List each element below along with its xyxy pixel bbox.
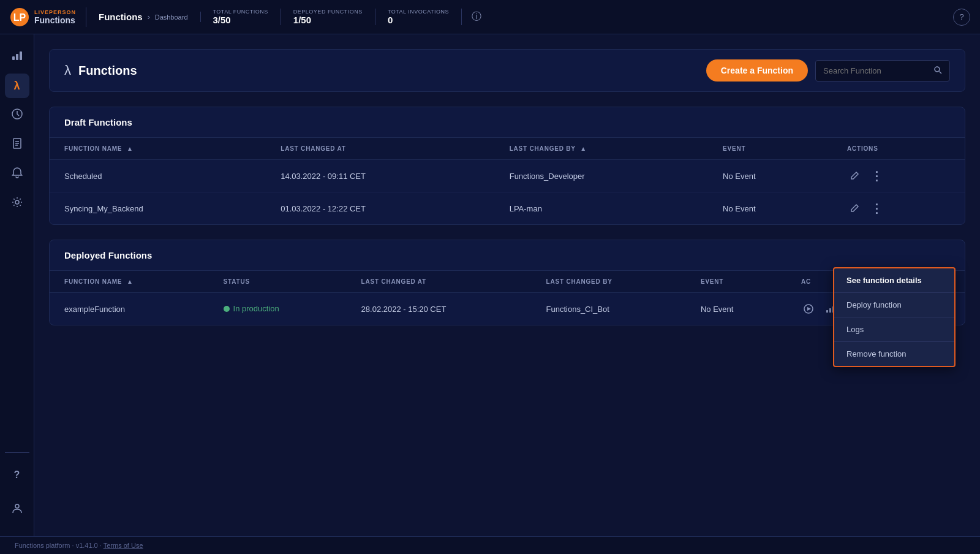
sidebar-item-functions[interactable]: λ (5, 74, 29, 98)
draft-row-changed-at: 14.03.2022 - 09:11 CET (266, 160, 494, 192)
dropdown-item-deploy-function[interactable]: Deploy function (834, 293, 954, 317)
status-label: In production (233, 304, 279, 313)
deployed-functions-section: Deployed Functions FUNCTION NAME ▲ STATU… (49, 240, 965, 325)
context-dropdown-menu: See function detailsDeploy functionLogsR… (833, 267, 956, 367)
gear-icon (11, 196, 23, 211)
terms-of-use-link[interactable]: Terms of Use (104, 542, 143, 549)
draft-row-changed-at: 01.03.2022 - 12:22 CET (266, 192, 494, 225)
draft-section-header: Draft Functions (50, 107, 965, 138)
search-box (815, 60, 950, 82)
footer: Functions platform · v1.41.0 · Terms of … (0, 536, 980, 554)
logo-text: LIVEPERSON Functions (34, 9, 76, 25)
draft-col-changed-at: LAST CHANGED AT (266, 138, 494, 160)
sidebar-item-alerts[interactable] (5, 162, 29, 186)
deployed-sort-arrow-icon: ▲ (127, 278, 134, 285)
more-options-icon[interactable]: ⋮ (869, 201, 884, 216)
draft-table-row: Syncing_My_Backend 01.03.2022 - 12:22 CE… (50, 192, 965, 225)
dropdown-item-see-function-details[interactable]: See function details (834, 268, 954, 293)
top-nav: LP LIVEPERSON Functions Functions › Dash… (0, 0, 980, 34)
status-dot-icon (224, 306, 230, 312)
edit-icon[interactable] (847, 169, 862, 183)
page-title: Functions (78, 64, 706, 78)
draft-row-changed-by: LPA-man (495, 192, 708, 225)
sidebar-item-settings[interactable] (5, 191, 29, 216)
svg-point-12 (935, 67, 940, 72)
svg-text:LP: LP (13, 12, 26, 23)
help-icon[interactable]: ? (953, 9, 970, 26)
footer-text: Functions platform · v1.41.0 · (15, 542, 104, 549)
question-icon: ? (14, 469, 20, 480)
dropdown-item-logs[interactable]: Logs (834, 317, 954, 342)
stat-deployed-functions-value: 1/50 (293, 15, 363, 25)
stat-total-functions: TOTAL FUNCTIONS 3/50 (201, 9, 281, 25)
search-input[interactable] (823, 66, 929, 75)
liveperson-logo-icon: LP (10, 7, 29, 27)
sidebar-item-documents[interactable] (5, 132, 29, 157)
lambda-sidebar-icon: λ (13, 80, 20, 93)
sidebar-item-analytics[interactable] (5, 44, 29, 69)
draft-row-actions: ⋮ (832, 160, 965, 192)
stat-deployed-functions: DEPLOYED FUNCTIONS 1/50 (281, 9, 375, 25)
analytics-icon (11, 49, 23, 64)
lambda-icon: λ (64, 63, 71, 78)
deployed-row-name: exampleFunction (50, 293, 209, 325)
logo-area: LP LIVEPERSON Functions (10, 7, 86, 27)
deployed-col-event: EVENT (686, 271, 786, 293)
draft-row-name: Scheduled (50, 160, 266, 192)
draft-functions-table: FUNCTION NAME ▲ LAST CHANGED AT LAST CHA… (50, 138, 965, 224)
content-area: λ Functions Create a Function Draft Func… (34, 34, 980, 536)
info-icon[interactable]: ⓘ (462, 10, 491, 23)
deployed-row-changed-at: 28.02.2022 - 15:20 CET (347, 293, 532, 325)
svg-rect-17 (829, 308, 831, 313)
document-icon (11, 137, 23, 153)
draft-table-header-row: FUNCTION NAME ▲ LAST CHANGED AT LAST CHA… (50, 138, 965, 160)
sort-by-arrow-icon: ▲ (580, 145, 587, 152)
stat-total-invocations: TOTAL INVOCATIONS 0 (375, 9, 462, 25)
sidebar: λ (0, 34, 34, 536)
deployed-table-row: exampleFunction In production 28.02.2022… (50, 293, 965, 325)
svg-rect-2 (12, 56, 15, 60)
draft-table-row: Scheduled 14.03.2022 - 09:11 CET Functio… (50, 160, 965, 192)
play-icon[interactable] (801, 302, 816, 316)
user-avatar-icon (11, 502, 23, 517)
sidebar-item-help[interactable]: ? (5, 463, 29, 487)
svg-rect-16 (826, 310, 828, 313)
deployed-section-header: Deployed Functions (50, 240, 965, 271)
svg-point-10 (15, 200, 19, 204)
clock-icon (11, 108, 23, 123)
sidebar-item-schedules[interactable] (5, 103, 29, 127)
stat-total-invocations-label: TOTAL INVOCATIONS (388, 9, 449, 15)
breadcrumb: Functions › Dashboard (86, 12, 201, 22)
edit-icon[interactable] (847, 201, 862, 216)
breadcrumb-title: Functions (99, 12, 143, 22)
sidebar-bottom: ? (5, 447, 29, 526)
deployed-col-changed-by: LAST CHANGED BY (532, 271, 686, 293)
deployed-table-header-row: FUNCTION NAME ▲ STATUS LAST CHANGED AT L… (50, 271, 965, 293)
stat-total-functions-label: TOTAL FUNCTIONS (213, 9, 268, 15)
draft-col-event: EVENT (708, 138, 832, 160)
sort-arrow-icon: ▲ (127, 145, 134, 152)
draft-col-changed-by: LAST CHANGED BY ▲ (495, 138, 708, 160)
svg-rect-4 (20, 51, 22, 60)
stat-total-invocations-value: 0 (388, 15, 449, 25)
sidebar-item-user[interactable] (5, 497, 29, 522)
draft-row-actions: ⋮ (832, 192, 965, 225)
more-options-icon[interactable]: ⋮ (869, 169, 884, 183)
product-name: Functions (34, 15, 76, 25)
breadcrumb-subtitle: Dashboard (155, 13, 188, 21)
deployed-col-changed-at: LAST CHANGED AT (347, 271, 532, 293)
deployed-row-status: In production (209, 293, 347, 325)
page-header: λ Functions Create a Function (49, 49, 965, 92)
draft-col-actions: ACTIONS (832, 138, 965, 160)
deployed-row-changed-by: Functions_CI_Bot (532, 293, 686, 325)
draft-row-changed-by: Functions_Developer (495, 160, 708, 192)
draft-row-event: No Event (708, 192, 832, 225)
draft-row-name: Syncing_My_Backend (50, 192, 266, 225)
dropdown-item-remove-function[interactable]: Remove function (834, 342, 954, 366)
breadcrumb-arrow-icon: › (148, 13, 150, 21)
search-icon (933, 66, 942, 76)
create-function-button[interactable]: Create a Function (706, 59, 808, 82)
deployed-row-event: No Event (686, 293, 786, 325)
svg-point-11 (15, 504, 19, 508)
deployed-functions-table: FUNCTION NAME ▲ STATUS LAST CHANGED AT L… (50, 271, 965, 325)
